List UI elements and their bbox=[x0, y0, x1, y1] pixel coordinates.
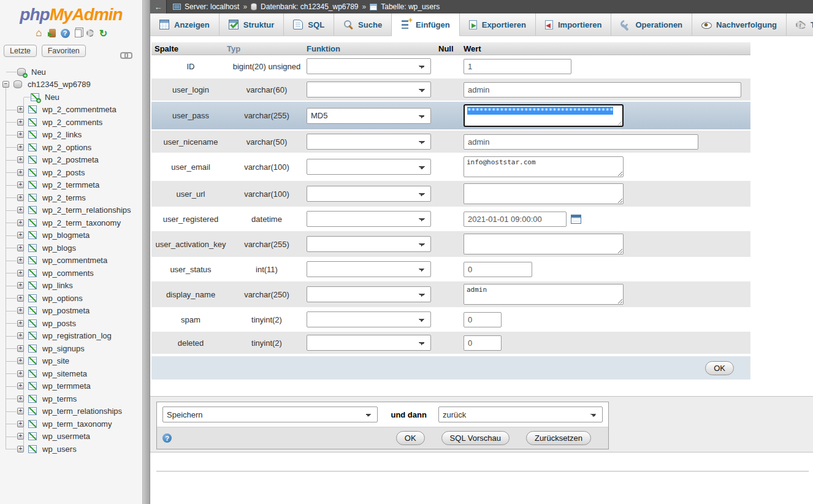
function-select[interactable] bbox=[307, 211, 431, 227]
tab-importieren[interactable]: Importieren bbox=[536, 13, 612, 36]
tree-expander[interactable]: + bbox=[17, 357, 24, 364]
link-icon[interactable] bbox=[120, 52, 132, 58]
sql-preview-button[interactable]: SQL Vorschau bbox=[441, 431, 510, 445]
help-icon[interactable] bbox=[162, 433, 172, 443]
tree-expander[interactable]: + bbox=[17, 270, 24, 277]
tree-expander[interactable]: + bbox=[17, 282, 24, 289]
tree-expander[interactable]: + bbox=[17, 194, 24, 201]
reset-button[interactable]: Zurücksetzen bbox=[526, 431, 591, 445]
favorites-tab[interactable]: Favoriten bbox=[42, 45, 86, 57]
value-field-deleted[interactable] bbox=[464, 335, 502, 351]
value-field-user-activation-key[interactable] bbox=[464, 234, 624, 254]
settings-icon[interactable] bbox=[86, 29, 94, 37]
phpmyadmin-logo[interactable]: phpMyAdmin bbox=[0, 0, 142, 25]
value-field-user-pass[interactable]: ************************************ bbox=[464, 104, 624, 127]
function-select[interactable] bbox=[307, 236, 431, 252]
tree-expander[interactable]: + bbox=[17, 207, 24, 213]
column-header-funktion[interactable]: Funktion bbox=[307, 44, 438, 53]
submit-ok-button[interactable]: OK bbox=[396, 431, 425, 445]
back-icon[interactable] bbox=[150, 0, 167, 13]
tree-expander[interactable]: + bbox=[17, 307, 24, 314]
value-field-user-status[interactable] bbox=[464, 262, 532, 277]
sidebar-item-wp-2-links[interactable]: wp_2_links bbox=[40, 130, 83, 139]
function-select[interactable] bbox=[307, 159, 431, 175]
insert-action-select[interactable]: Speichern bbox=[162, 407, 378, 422]
function-select[interactable] bbox=[307, 286, 431, 302]
tree-expander[interactable]: − bbox=[2, 81, 9, 88]
sidebar-item-wp-2-options[interactable]: wp_2_options bbox=[40, 143, 93, 152]
tree-expander[interactable]: + bbox=[17, 169, 24, 176]
value-field-user-email[interactable] bbox=[464, 156, 624, 177]
function-select[interactable] bbox=[307, 335, 431, 351]
sidebar-item-wp-links[interactable]: wp_links bbox=[40, 281, 75, 290]
tab-einf-gen[interactable]: Einfügen bbox=[392, 13, 460, 36]
help-icon[interactable] bbox=[61, 29, 70, 38]
tab-anzeigen[interactable]: Anzeigen bbox=[150, 13, 219, 36]
tree-expander[interactable]: + bbox=[17, 370, 24, 377]
sidebar-item-wp-site[interactable]: wp_site bbox=[40, 356, 71, 365]
tree-expander[interactable]: + bbox=[17, 295, 24, 302]
sidebar-item-neu[interactable]: Neu bbox=[29, 67, 48, 77]
tree-expander[interactable]: + bbox=[17, 433, 24, 440]
ok-button[interactable]: OK bbox=[705, 361, 734, 375]
sidebar-item-wp-2-termmeta[interactable]: wp_2_termmeta bbox=[40, 180, 101, 189]
calendar-icon[interactable] bbox=[571, 215, 581, 224]
sidebar-item-wp-2-postmeta[interactable]: wp_2_postmeta bbox=[40, 155, 101, 164]
docs-icon[interactable] bbox=[75, 29, 82, 37]
value-field-display-name[interactable] bbox=[464, 284, 624, 305]
home-icon[interactable] bbox=[34, 28, 44, 38]
function-select[interactable] bbox=[307, 134, 431, 150]
sidebar-item-wp-signups[interactable]: wp_signups bbox=[40, 344, 86, 353]
sidebar-item-wp-blogs[interactable]: wp_blogs bbox=[40, 243, 78, 253]
sidebar-item-wp-term-taxonomy[interactable]: wp_term_taxonomy bbox=[40, 419, 113, 429]
tree-expander[interactable]: + bbox=[17, 332, 24, 339]
sidebar-item-wp-comments[interactable]: wp_comments bbox=[40, 269, 96, 278]
sidebar-item-wp-2-terms[interactable]: wp_2_terms bbox=[40, 193, 88, 202]
tree-expander[interactable]: + bbox=[17, 156, 24, 163]
sidebar-item-wp-termmeta[interactable]: wp_termmeta bbox=[40, 381, 93, 391]
tree-expander[interactable]: + bbox=[17, 408, 24, 414]
sidebar-item-wp-2-posts[interactable]: wp_2_posts bbox=[40, 168, 86, 177]
tree-expander[interactable]: + bbox=[17, 383, 24, 389]
tab-struktur[interactable]: Struktur bbox=[219, 13, 284, 36]
tree-expander[interactable]: + bbox=[17, 257, 24, 264]
after-insert-select[interactable]: zurück bbox=[438, 407, 603, 422]
sidebar-item-wp-users[interactable]: wp_users bbox=[40, 445, 78, 454]
tree-expander[interactable]: + bbox=[17, 395, 24, 402]
sidebar-item-wp-blogmeta[interactable]: wp_blogmeta bbox=[40, 231, 91, 240]
logout-icon[interactable] bbox=[49, 29, 56, 37]
panel-splitter[interactable] bbox=[142, 0, 150, 504]
function-select[interactable] bbox=[307, 186, 431, 202]
tree-expander[interactable]: + bbox=[17, 119, 24, 126]
sidebar-item-wp-registration-log[interactable]: wp_registration_log bbox=[40, 331, 113, 340]
tab-suche[interactable]: Suche bbox=[334, 13, 392, 36]
sidebar-item-wp-2-comments[interactable]: wp_2_comments bbox=[40, 118, 104, 127]
value-field-user-login[interactable] bbox=[464, 82, 741, 97]
tab-exportieren[interactable]: Exportieren bbox=[460, 13, 536, 36]
function-select[interactable] bbox=[307, 58, 431, 74]
tree-expander[interactable]: + bbox=[17, 131, 24, 138]
sidebar-item-wp-2-commentmeta[interactable]: wp_2_commentmeta bbox=[40, 105, 118, 114]
tab-nachverfolgung[interactable]: Nachverfolgung bbox=[692, 13, 787, 36]
breadcrumb-server[interactable]: Server: localhost bbox=[185, 2, 239, 11]
tree-expander[interactable]: + bbox=[17, 220, 24, 226]
tree-expander[interactable]: + bbox=[17, 320, 24, 327]
value-field-spam[interactable] bbox=[464, 312, 502, 327]
sidebar-item-wp-postmeta[interactable]: wp_postmeta bbox=[40, 306, 91, 315]
sidebar-item-wp-options[interactable]: wp_options bbox=[40, 294, 85, 303]
breadcrumb-table[interactable]: Tabelle: wp_users bbox=[381, 2, 440, 11]
sidebar-item-wp-2-term-taxonomy[interactable]: wp_2_term_taxonomy bbox=[40, 218, 123, 227]
tab-sql[interactable]: SQL bbox=[284, 13, 334, 36]
tree-expander[interactable]: + bbox=[17, 345, 24, 352]
value-field-id[interactable] bbox=[464, 59, 571, 74]
tree-expander[interactable]: + bbox=[17, 446, 24, 452]
breadcrumb-database[interactable]: Datenbank: ch12345_wp6789 bbox=[261, 2, 358, 11]
tree-expander[interactable]: + bbox=[17, 245, 24, 251]
tree-expander[interactable]: + bbox=[17, 232, 24, 239]
tree-expander[interactable]: + bbox=[17, 421, 24, 427]
tree-expander[interactable]: + bbox=[17, 181, 24, 188]
sidebar-item-ch12345-wp6789[interactable]: ch12345_wp6789 bbox=[26, 80, 93, 89]
tab-trigger[interactable]: Trigger bbox=[787, 13, 813, 36]
function-select[interactable] bbox=[307, 311, 431, 327]
reload-icon[interactable] bbox=[99, 28, 109, 38]
